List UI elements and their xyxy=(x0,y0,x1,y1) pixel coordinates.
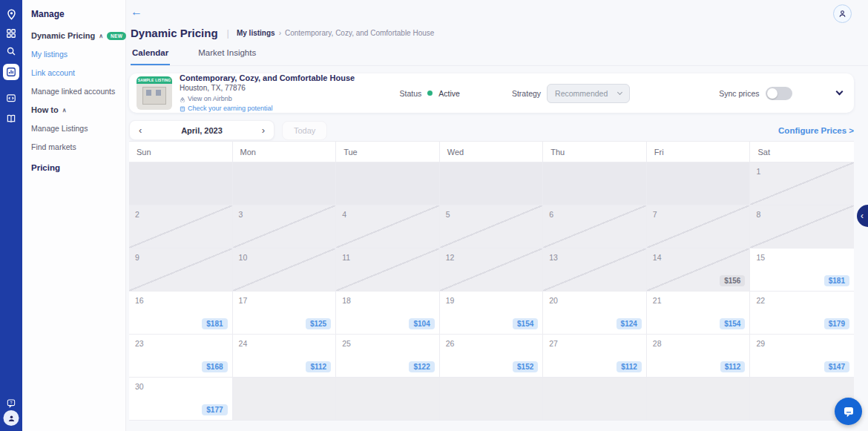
day-number: 14 xyxy=(653,253,662,262)
sync-prices-toggle[interactable] xyxy=(766,87,792,100)
calendar-day-28[interactable]: 28$112 xyxy=(647,335,751,378)
docs-book-icon[interactable] xyxy=(5,113,17,125)
calendar-day-21[interactable]: 21$154 xyxy=(647,292,751,335)
calendar-day-9: 9 xyxy=(129,249,233,292)
app-logo-icon[interactable] xyxy=(5,8,17,20)
price-pill[interactable]: $181 xyxy=(202,318,227,329)
calendar-day-18[interactable]: 18$104 xyxy=(336,292,440,335)
help-icon[interactable]: ? xyxy=(5,398,17,409)
price-pill[interactable]: $177 xyxy=(202,404,227,415)
earning-potential-link[interactable]: Check your earning potential xyxy=(180,105,355,113)
price-pill[interactable]: $156 xyxy=(720,275,745,286)
prev-month-button[interactable]: ‹ xyxy=(139,125,142,135)
sidebar-item-find-markets[interactable]: Find markets xyxy=(31,142,125,151)
analytics-icon-active[interactable] xyxy=(3,64,19,80)
chat-support-button[interactable] xyxy=(835,398,862,425)
status-label: Status xyxy=(400,89,422,98)
price-pill[interactable]: $179 xyxy=(824,318,849,329)
calendar-day-19[interactable]: 19$154 xyxy=(440,292,544,335)
sidebar-item-pricing[interactable]: Pricing xyxy=(31,163,125,172)
calendar-day-22[interactable]: 22$179 xyxy=(750,292,854,335)
price-pill[interactable]: $147 xyxy=(824,361,849,372)
strategy-label: Strategy xyxy=(512,89,541,98)
search-icon[interactable] xyxy=(5,45,17,57)
calendar-day-empty xyxy=(129,162,233,205)
sidebar-item-how-to[interactable]: How to∧ xyxy=(31,105,125,114)
strategy-select[interactable]: Recommended xyxy=(547,84,630,103)
sidebar-item-my-listings[interactable]: My listings xyxy=(31,50,125,59)
price-pill[interactable]: $112 xyxy=(720,361,746,372)
sidebar-items: Dynamic Pricing∧NEWMy listingsLink accou… xyxy=(31,31,125,172)
calendar-day-12: 12 xyxy=(440,249,544,292)
price-pill[interactable]: $168 xyxy=(202,361,227,372)
rail-user-avatar[interactable] xyxy=(4,410,19,426)
calendar-day-empty xyxy=(647,162,751,205)
weekday-header-sun: Sun xyxy=(129,142,233,162)
price-pill[interactable]: $104 xyxy=(409,318,434,329)
calendar-day-30[interactable]: 30$177 xyxy=(129,378,233,421)
price-pill[interactable]: $112 xyxy=(306,361,331,372)
sidebar-item-label: Manage Listings xyxy=(31,124,88,133)
today-button[interactable]: Today xyxy=(282,121,327,140)
day-number: 16 xyxy=(135,296,144,305)
price-pill[interactable]: $125 xyxy=(306,318,331,329)
calendar-day-15[interactable]: 15$181 xyxy=(750,249,854,292)
calculator-icon xyxy=(180,106,185,112)
calendar-day-29[interactable]: 29$147 xyxy=(750,335,854,378)
next-month-button[interactable]: › xyxy=(262,125,265,135)
price-pill[interactable]: $152 xyxy=(513,361,538,372)
expand-card-chevron-icon[interactable] xyxy=(836,88,844,96)
calendar-day-empty xyxy=(543,162,647,205)
day-number: 10 xyxy=(239,253,248,262)
day-number: 1 xyxy=(756,167,760,176)
breadcrumb-divider: | xyxy=(227,27,229,39)
weekday-header-sat: Sat xyxy=(750,142,854,162)
airbnb-icon xyxy=(180,96,185,102)
breadcrumb-parent[interactable]: My listings xyxy=(237,29,275,37)
back-arrow-icon[interactable]: ← xyxy=(131,6,142,18)
sidebar-item-manage-listings[interactable]: Manage Listings xyxy=(31,124,125,133)
sidebar-item-link-account[interactable]: Link account xyxy=(31,68,125,77)
calendar-day-17[interactable]: 17$125 xyxy=(233,292,337,335)
price-pill[interactable]: $154 xyxy=(513,318,538,329)
tab-calendar[interactable]: Calendar xyxy=(131,45,170,65)
calendar-day-16[interactable]: 16$181 xyxy=(129,292,233,335)
sidebar-item-label: How to xyxy=(31,105,59,114)
calendar-day-7: 7 xyxy=(647,205,751,249)
view-on-airbnb-link[interactable]: View on Airbnb xyxy=(180,95,355,103)
day-number: 13 xyxy=(549,253,558,262)
thumbnail-window xyxy=(146,90,151,96)
new-badge: NEW xyxy=(107,32,126,40)
toggle-knob xyxy=(767,88,777,99)
calendar-day-25[interactable]: 25$122 xyxy=(336,335,440,378)
thumbnail-window xyxy=(156,90,161,96)
day-number: 28 xyxy=(653,339,662,348)
calendar-day-20[interactable]: 20$124 xyxy=(543,292,647,335)
dashboard-icon[interactable] xyxy=(5,27,17,39)
calendar-day-empty xyxy=(336,162,440,205)
price-pill[interactable]: $112 xyxy=(617,361,642,372)
integrations-icon[interactable] xyxy=(5,92,17,104)
day-number: 30 xyxy=(135,382,144,391)
user-avatar-button[interactable] xyxy=(833,4,852,23)
day-number: 27 xyxy=(549,339,558,348)
price-pill[interactable]: $124 xyxy=(617,318,642,329)
sidebar-item-manage-linked-accounts[interactable]: Manage linked accounts xyxy=(31,87,125,96)
calendar-day-27[interactable]: 27$112 xyxy=(543,335,647,378)
calendar-day-23[interactable]: 23$168 xyxy=(129,335,233,378)
calendar-day-26[interactable]: 26$152 xyxy=(440,335,544,378)
price-pill[interactable]: $154 xyxy=(720,318,745,329)
calendar-day-empty xyxy=(336,378,440,421)
day-number: 15 xyxy=(756,253,765,262)
configure-prices-link[interactable]: Configure Prices > xyxy=(778,126,854,135)
day-number: 7 xyxy=(653,210,657,219)
price-pill[interactable]: $122 xyxy=(409,361,434,372)
price-pill[interactable]: $181 xyxy=(824,275,849,286)
calendar-day-11: 11 xyxy=(336,249,440,292)
day-number: 6 xyxy=(549,210,553,219)
caret-up-icon: ∧ xyxy=(99,33,103,39)
sidebar-item-dynamic-pricing[interactable]: Dynamic Pricing∧NEW xyxy=(31,31,125,40)
tab-market-insights[interactable]: Market Insights xyxy=(197,45,257,65)
svg-text:?: ? xyxy=(10,401,13,405)
calendar-day-24[interactable]: 24$112 xyxy=(233,335,337,378)
